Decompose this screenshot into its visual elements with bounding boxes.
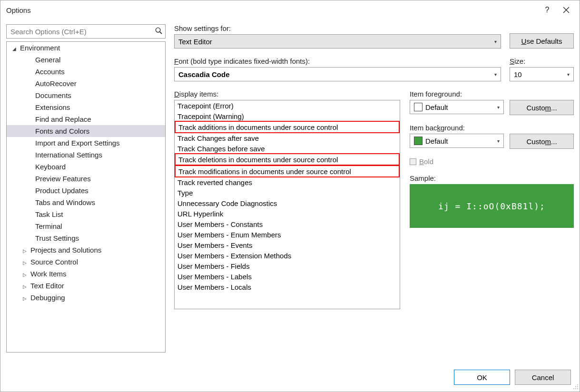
chevron-down-icon: ▾ (567, 72, 570, 77)
display-item[interactable]: User Members - Constants (175, 219, 400, 229)
tree-node[interactable]: Product Updates (7, 185, 165, 196)
display-item[interactable]: Tracepoint (Error) (175, 100, 400, 111)
display-item[interactable]: User Members - Fields (175, 261, 400, 271)
display-item[interactable]: User Members - Locals (175, 282, 400, 292)
svg-point-8 (575, 388, 576, 389)
font-combo[interactable]: Cascadia Code ▾ (174, 67, 501, 81)
tree-node[interactable]: Keyboard (7, 161, 165, 173)
chevron-down-icon: ▾ (497, 138, 500, 144)
tree-node[interactable]: Import and Export Settings (7, 137, 165, 149)
display-item[interactable]: Track reverted changes (175, 177, 400, 187)
search-icon (155, 27, 162, 36)
display-item[interactable]: Type (175, 187, 400, 198)
display-items-label: Display items:Display items: (174, 90, 400, 98)
tree-node[interactable]: General (7, 54, 165, 66)
svg-point-7 (573, 388, 574, 389)
display-item[interactable]: Track additions in documents under sourc… (175, 121, 400, 133)
display-item[interactable]: User Members - Extension Methods (175, 250, 400, 261)
titlebar: Options ? (0, 0, 580, 20)
tree-node[interactable]: Tabs and Windows (7, 196, 165, 208)
display-item[interactable]: User Members - Enum Members (175, 229, 400, 240)
sample-preview: ij = I::oO(0xB81l); (410, 184, 574, 228)
tree-node[interactable]: ▷Source Control (7, 256, 165, 268)
window-title: Options (6, 6, 538, 14)
item-fg-label: Item foreground: (410, 90, 574, 98)
tree-node[interactable]: ▷Work Items (7, 268, 165, 280)
svg-point-6 (577, 386, 578, 387)
display-item[interactable]: Track deletions in documents under sourc… (175, 153, 400, 166)
chevron-down-icon: ▾ (497, 105, 500, 110)
show-settings-label: Show settings for: (174, 24, 501, 32)
display-item[interactable]: Unnecessary Code Diagnostics (175, 198, 400, 208)
svg-point-5 (575, 386, 576, 387)
tree-node[interactable]: Preview Features (7, 173, 165, 185)
tree-node[interactable]: Find and Replace (7, 113, 165, 125)
search-input[interactable] (10, 27, 155, 36)
tree-node[interactable]: Documents (7, 89, 165, 101)
color-swatch-icon (414, 137, 423, 145)
display-item[interactable]: URL Hyperlink (175, 208, 400, 219)
item-bg-label: Item background:Item background: (410, 124, 574, 132)
show-settings-combo[interactable]: Text Editor ▾ (174, 34, 501, 49)
size-combo[interactable]: 10 ▾ (510, 67, 574, 81)
svg-line-3 (160, 32, 162, 34)
svg-point-2 (156, 28, 160, 32)
custom-bg-button[interactable]: Custom...Custom... (510, 134, 574, 149)
color-swatch-icon (414, 103, 423, 111)
ok-button[interactable]: OK (454, 370, 510, 385)
tree-node[interactable]: Task List (7, 208, 165, 220)
svg-point-9 (577, 388, 578, 389)
cancel-button[interactable]: Cancel (515, 370, 571, 385)
display-item[interactable]: Track Changes before save (175, 143, 400, 154)
bold-checkbox[interactable]: BoldBold (410, 157, 574, 166)
tree-node[interactable]: ▷Text Editor (7, 280, 165, 292)
tree-node[interactable]: Accounts (7, 66, 165, 78)
size-label: Size:Size: (510, 57, 574, 65)
item-fg-value: Default (425, 103, 497, 111)
display-item[interactable]: User Members - Events (175, 240, 400, 250)
show-settings-value: Text Editor (178, 38, 494, 46)
checkbox-icon (410, 158, 416, 165)
tree-node[interactable]: ▷Projects and Solutions (7, 244, 165, 256)
display-item[interactable]: Track Changes after save (175, 133, 400, 143)
help-icon[interactable]: ? (538, 0, 557, 20)
item-bg-value: Default (425, 137, 497, 145)
display-item[interactable]: Tracepoint (Warning) (175, 111, 400, 121)
display-item[interactable]: Track modifications in documents under s… (175, 165, 400, 177)
close-icon[interactable] (557, 0, 576, 20)
use-defaults-button[interactable]: UUse Defaultsse Defaults (510, 33, 574, 49)
svg-point-4 (577, 384, 578, 385)
tree-node[interactable]: Trust Settings (7, 232, 165, 244)
tree-node[interactable]: International Settings (7, 149, 165, 161)
tree-node[interactable]: AutoRecover (7, 78, 165, 89)
display-item[interactable]: User Members - Labels (175, 271, 400, 282)
sample-label: Sample: (410, 174, 574, 182)
size-value: 10 (514, 70, 567, 78)
display-items-listbox[interactable]: Tracepoint (Error)Tracepoint (Warning)Tr… (174, 100, 400, 309)
font-label: Font (bold type indicates fixed-width fo… (174, 57, 501, 65)
options-tree[interactable]: ◢EnvironmentGeneralAccountsAutoRecoverDo… (6, 41, 166, 353)
custom-fg-button[interactable]: Custom...Custom... (510, 100, 574, 115)
font-value: Cascadia Code (178, 70, 494, 78)
chevron-down-icon: ▾ (494, 72, 497, 77)
resize-grip-icon[interactable] (573, 384, 579, 391)
bold-label: BoldBold (419, 157, 433, 166)
tree-node-environment[interactable]: ◢Environment (7, 42, 165, 54)
item-bg-combo[interactable]: Default ▾ (410, 134, 504, 148)
search-input-container[interactable] (6, 24, 166, 39)
chevron-down-icon: ▾ (494, 39, 497, 44)
tree-node[interactable]: Extensions (7, 101, 165, 113)
item-fg-combo[interactable]: Default ▾ (410, 100, 504, 114)
tree-node[interactable]: Terminal (7, 220, 165, 232)
tree-node[interactable]: ▷Debugging (7, 292, 165, 304)
tree-node[interactable]: Fonts and Colors (7, 125, 165, 137)
